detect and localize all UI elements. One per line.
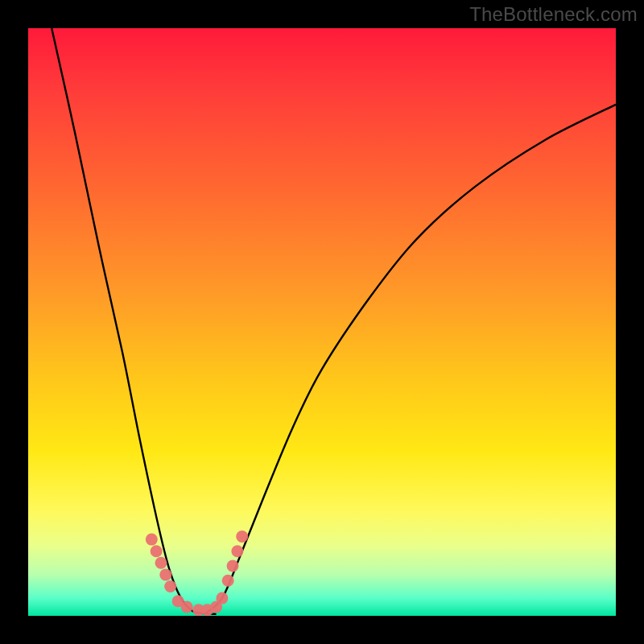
curve-left-arm	[52, 28, 216, 614]
data-marker	[236, 530, 248, 543]
curve-right-arm	[204, 105, 616, 614]
plot-area	[28, 28, 616, 616]
data-marker	[222, 575, 234, 587]
data-marker	[216, 592, 228, 605]
data-marker	[159, 568, 171, 580]
data-marker	[146, 534, 158, 546]
data-marker	[164, 580, 176, 592]
chart-svg	[28, 28, 616, 616]
data-marker	[181, 601, 193, 613]
data-marker	[231, 545, 243, 557]
watermark-text: TheBottleneck.com	[469, 3, 638, 26]
data-marker	[151, 545, 163, 557]
data-marker	[227, 559, 239, 572]
chart-frame: TheBottleneck.com	[0, 0, 644, 644]
data-marker	[155, 557, 167, 569]
